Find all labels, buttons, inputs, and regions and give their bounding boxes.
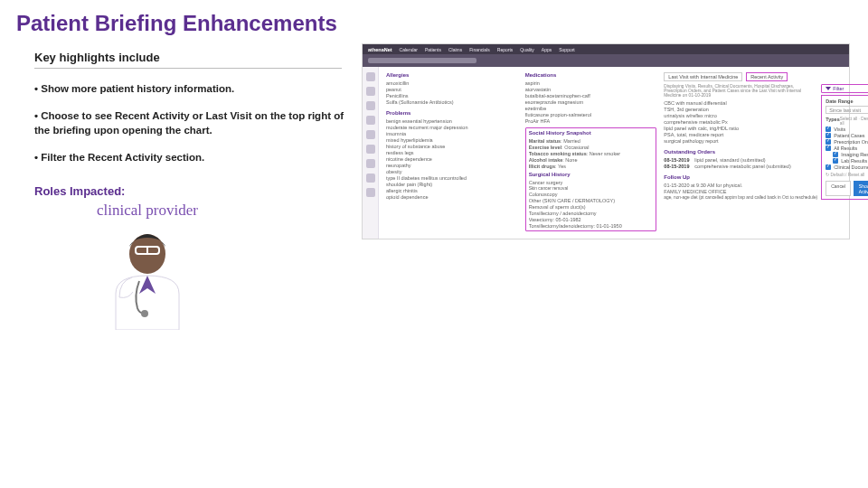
- key-highlights-heading: Key highlights include: [34, 51, 351, 64]
- list-item: restless legs: [386, 149, 518, 155]
- list-item: Penicillins: [386, 92, 518, 99]
- list-item: FAMILY MEDICINE OFFICE: [664, 188, 817, 194]
- bullet-3: • Filter the Recent Activity section.: [34, 150, 351, 164]
- social-history-heading: Social History Snapshot: [529, 130, 654, 136]
- display-description: Displaying Visits, Results, Clinical Doc…: [664, 84, 817, 98]
- list-item: neuropathy: [386, 162, 518, 168]
- list-item: nicotine dependence: [386, 155, 518, 162]
- nav-patients[interactable]: Patients: [425, 47, 441, 52]
- cancel-button[interactable]: Cancel: [826, 181, 851, 196]
- list-item: insomnia: [386, 130, 518, 136]
- screenshot-panel: athenaNet Calendar Patients Claims Finan…: [362, 43, 852, 330]
- list-item: surgical pathology report: [664, 137, 817, 144]
- allergies-heading: Allergies: [386, 72, 518, 78]
- left-icon-rail: [363, 67, 379, 239]
- list-item: Tonsillectomy / adenoidectomy: [529, 210, 654, 216]
- social-history-box: Social History Snapshot Marital status: …: [525, 127, 657, 231]
- problems-list: benign essential hypertension moderate r…: [386, 117, 518, 200]
- col-recent-activity: Last Visit with Internal Medicine Recent…: [664, 72, 842, 231]
- bullet-1: • Show more patient history information.: [34, 81, 351, 96]
- list-item: Vasectomy: 05-01-1982: [529, 216, 654, 222]
- filter-type-row[interactable]: Clinical Documents: [826, 164, 868, 170]
- list-item: fluticasone propion-salmeterol: [525, 111, 657, 117]
- filter-button[interactable]: Filter: [821, 84, 868, 93]
- role-label: clinical provider: [97, 202, 198, 220]
- list-item: 08-15-2019lipid panel, standard (submitt…: [664, 156, 817, 163]
- list-item: comprehensive metabolic Px: [664, 118, 817, 125]
- list-item: age, non-age diet (pt cancelled apptm bs…: [664, 194, 817, 200]
- list-item: Colonoscopy: [529, 191, 654, 197]
- list-item: history of substance abuse: [386, 143, 518, 149]
- rail-icon[interactable]: [366, 116, 375, 125]
- list-item: amoxicillin: [386, 80, 518, 86]
- list-item: mixed hyperlipidemia: [386, 136, 518, 143]
- checkbox-icon: [826, 145, 831, 151]
- nav-financials[interactable]: Financials: [469, 47, 490, 52]
- rail-icon[interactable]: [366, 145, 375, 154]
- medications-heading: Medications: [525, 72, 657, 78]
- list-item: Sulfa (Sulfonamide Antibiotics): [386, 99, 518, 105]
- reset-link[interactable]: ↻ Default / Reset all: [826, 173, 868, 177]
- filter-panel: Date Range Since last visit▾ Types Selec…: [821, 95, 868, 200]
- list-item: CBC with manual differential: [664, 99, 817, 106]
- left-column: Key highlights include • Show more patie…: [34, 43, 351, 330]
- date-range-label: Date Range: [826, 99, 868, 104]
- rail-icon[interactable]: [366, 72, 375, 81]
- rail-icon[interactable]: [366, 174, 375, 183]
- list-item: Exercise level: Occasional: [529, 144, 654, 150]
- bullet-2: • Choose to see Recent Activity or Last …: [34, 108, 351, 137]
- allergies-list: amoxicillin peanut Penicillins Sulfa (Su…: [386, 80, 518, 105]
- types-label: Types: [826, 117, 840, 126]
- roles-impacted-heading: Roles Impacted:: [34, 184, 351, 198]
- checkbox-icon: [826, 164, 831, 170]
- list-item: lipid panel with calc, trig/HDL ratio: [664, 125, 817, 131]
- nav-apps[interactable]: Apps: [542, 47, 552, 52]
- checkbox-icon: [833, 158, 838, 164]
- heading-divider: [34, 68, 342, 69]
- medications-list: aspirin atorvastatin butalbital-acetamin…: [525, 80, 657, 124]
- nav-support[interactable]: Support: [559, 47, 575, 52]
- filter-type-row[interactable]: Prescription Orders: [826, 138, 868, 145]
- filter-type-row[interactable]: Visits: [826, 126, 868, 132]
- patient-name-redacted: [368, 58, 476, 63]
- outstanding-orders-heading: Outstanding Orders: [664, 149, 817, 155]
- filter-type-row[interactable]: All Results: [826, 145, 868, 151]
- role-clinical-provider: clinical provider: [71, 202, 224, 330]
- show-activity-button[interactable]: Show Activity: [854, 181, 868, 196]
- rail-icon[interactable]: [366, 87, 375, 96]
- list-item: ProAir HFA: [525, 117, 657, 124]
- rail-icon[interactable]: [366, 130, 375, 139]
- tab-recent-activity[interactable]: Recent Activity: [746, 72, 788, 81]
- list-item: ezetimibe: [525, 105, 657, 111]
- list-item: type II diabetes mellitus uncontrolled: [386, 174, 518, 181]
- list-item: 01-15-2020 at 9:30 AM for physical.: [664, 182, 817, 188]
- list-item: obesity: [386, 168, 518, 174]
- list-item: allergic rhinitis: [386, 187, 518, 193]
- col-allergies-problems: Allergies amoxicillin peanut Penicillins…: [386, 72, 518, 231]
- date-range-select[interactable]: Since last visit▾: [826, 106, 868, 114]
- filter-type-row[interactable]: Imaging Results: [826, 151, 868, 157]
- nav-reports[interactable]: Reports: [497, 47, 514, 52]
- filter-icon: [826, 87, 831, 90]
- nav-claims[interactable]: Claims: [448, 47, 462, 52]
- list-item: Alcohol intake: None: [529, 156, 654, 163]
- list-item: Marital status: Married: [529, 137, 654, 144]
- list-item: aspirin: [525, 80, 657, 86]
- nav-quality[interactable]: Quality: [520, 47, 534, 52]
- app-topbar: athenaNet Calendar Patients Claims Finan…: [363, 44, 849, 54]
- filter-type-row[interactable]: Lab Results: [826, 157, 868, 164]
- slide-title: Patient Briefing Enhancements: [0, 0, 868, 43]
- list-item: peanut: [386, 86, 518, 92]
- list-item: opioid dependence: [386, 193, 518, 200]
- rail-icon[interactable]: [366, 188, 375, 197]
- tab-last-visit[interactable]: Last Visit with Internal Medicine: [664, 72, 742, 81]
- filter-type-row[interactable]: Patient Cases: [826, 132, 868, 138]
- list-item: urinalysis w/reflex micro: [664, 112, 817, 118]
- surgical-history-heading: Surgical History: [529, 172, 654, 177]
- list-item: Cancer surgery: [529, 179, 654, 185]
- nav-calendar[interactable]: Calendar: [400, 47, 418, 52]
- rail-icon[interactable]: [366, 159, 375, 168]
- list-item: shoulder pain (Right): [386, 181, 518, 187]
- svg-point-3: [141, 310, 148, 317]
- rail-icon[interactable]: [366, 101, 375, 110]
